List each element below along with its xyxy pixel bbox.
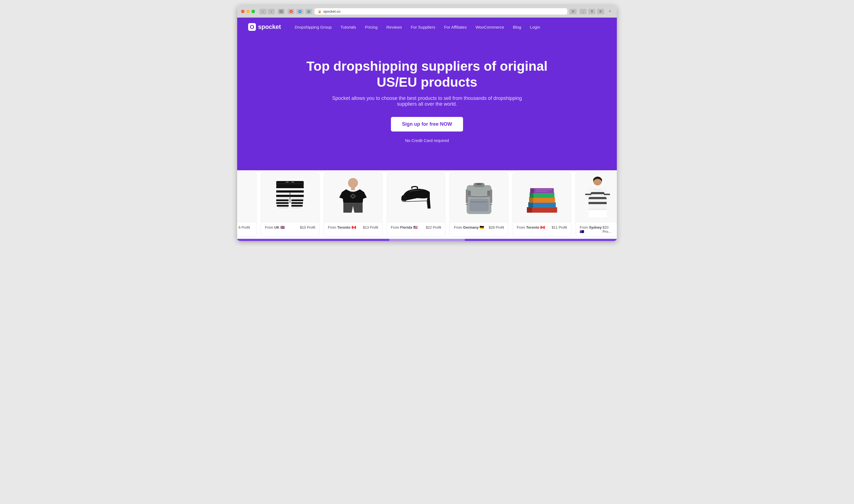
svg-rect-0: [279, 10, 283, 11]
products-grid: 6 Profit: [237, 170, 617, 239]
product-footer-heels: From Florida 🇺🇸 $22 Profit: [387, 222, 445, 232]
svg-rect-58: [588, 202, 607, 204]
product-footer-partial: 6 Profit: [237, 222, 256, 232]
product-image-books: [513, 173, 571, 222]
product-profit-cardigan: $20 Pro...: [602, 225, 616, 234]
svg-rect-32: [469, 199, 489, 211]
svg-rect-14: [276, 186, 304, 188]
product-profit-heels: $22 Profit: [426, 225, 441, 230]
product-location-tshirt: From Toronto 🇨🇦: [328, 225, 356, 230]
product-profit-backpack: $28 Profit: [489, 225, 504, 230]
no-credit-card-text: No Credit Card required: [405, 138, 449, 143]
svg-rect-2: [279, 12, 283, 13]
browser-right-controls: ↓ ⬆ ⧉: [579, 9, 604, 14]
extension-icon-3[interactable]: 🛡: [305, 9, 312, 14]
product-footer-books: From Toronto 🇨🇦 $11 Profit: [513, 222, 571, 232]
svg-rect-45: [528, 202, 533, 208]
product-footer-backpack: From Germany 🇩🇪 $28 Profit: [450, 222, 508, 232]
nav-link-tutorials[interactable]: Tutorials: [340, 25, 356, 30]
browser-nav-buttons: ‹ ›: [259, 9, 275, 14]
heels-svg: [398, 178, 434, 217]
nav-link-pricing[interactable]: Pricing: [365, 25, 378, 30]
svg-rect-52: [530, 188, 534, 193]
books-svg: [524, 178, 560, 217]
product-card-partial-left: 6 Profit: [237, 173, 256, 237]
scrollbar-thumb[interactable]: [389, 239, 465, 241]
svg-rect-25: [351, 187, 355, 190]
scrollbar-area: [237, 239, 617, 241]
product-image-cardigan: [576, 173, 617, 222]
nav-link-dropshipping-group[interactable]: Dropshipping Group: [295, 25, 331, 30]
nav-link-for-suppliers[interactable]: For Suppliers: [411, 25, 435, 30]
product-card-cardigan[interactable]: From Sydney 🇦🇺 $20 Pro...: [576, 173, 617, 237]
downloads-button[interactable]: ↓: [579, 9, 586, 14]
product-profit-tshirt: $13 Profit: [363, 225, 378, 230]
product-location-cardigan: From Sydney 🇦🇺: [580, 225, 602, 234]
site-navigation: spocket Dropshipping Group Tutorials Pri…: [237, 18, 617, 36]
product-profit-books: $11 Profit: [552, 225, 567, 230]
extension-icon-2[interactable]: ⟳: [296, 9, 304, 14]
svg-rect-1: [279, 11, 283, 12]
nav-link-login[interactable]: Login: [530, 25, 540, 30]
minimize-button[interactable]: [246, 10, 250, 13]
product-image-backpack: [450, 173, 508, 222]
reload-button[interactable]: ⟳: [569, 9, 577, 14]
product-location-shorts: From UK 🇬🇧: [265, 225, 285, 230]
tabs-button[interactable]: ⧉: [597, 9, 604, 14]
product-card-shorts[interactable]: From UK 🇬🇧 $10 Profit: [261, 173, 320, 237]
share-button[interactable]: ⬆: [588, 9, 595, 14]
adblock-icon[interactable]: A: [288, 9, 295, 14]
nav-link-reviews[interactable]: Reviews: [386, 25, 402, 30]
product-card-backpack[interactable]: From Germany 🇩🇪 $28 Profit: [450, 173, 508, 237]
back-button[interactable]: ‹: [259, 9, 267, 14]
product-footer-shorts: From UK 🇬🇧 $10 Profit: [261, 222, 319, 232]
logo-text: spocket: [258, 23, 281, 31]
signup-cta-button[interactable]: Sign up for free NOW: [391, 117, 463, 131]
svg-rect-42: [527, 207, 532, 213]
tshirt-svg: [337, 177, 369, 218]
svg-rect-59: [585, 194, 591, 195]
forward-button[interactable]: ›: [268, 9, 275, 14]
product-location-books: From Toronto 🇨🇦: [517, 225, 545, 230]
product-footer-cardigan: From Sydney 🇦🇺 $20 Pro...: [576, 222, 617, 236]
website-content: spocket Dropshipping Group Tutorials Pri…: [237, 18, 617, 241]
nav-link-woocommerce[interactable]: WooCommerce: [475, 25, 504, 30]
nav-link-for-affiliates[interactable]: For Affiliates: [444, 25, 467, 30]
shorts-svg: [273, 178, 307, 217]
svg-rect-50: [530, 193, 533, 198]
product-card-books[interactable]: From Toronto 🇨🇦 $11 Profit: [512, 173, 571, 237]
product-footer-tshirt: From Toronto 🇨🇦 $13 Profit: [324, 222, 382, 232]
sidebar-toggle-button[interactable]: [278, 9, 285, 14]
traffic-lights: [241, 10, 255, 13]
product-image-heels: [387, 173, 445, 222]
browser-window: ‹ › A ⟳ 🛡 🔒: [237, 5, 617, 241]
address-bar[interactable]: 🔒 spocket.co: [314, 8, 567, 15]
site-logo[interactable]: spocket: [248, 23, 281, 31]
nav-link-blog[interactable]: Blog: [513, 25, 521, 30]
products-section: 6 Profit: [237, 170, 617, 241]
hero-section: Top dropshipping suppliers of original U…: [237, 36, 617, 170]
address-bar-area: A ⟳ 🛡 🔒 spocket.co ⟳: [288, 8, 577, 15]
hero-title: Top dropshipping suppliers of original U…: [303, 58, 551, 90]
product-card-tshirt[interactable]: From Toronto 🇨🇦 $13 Profit: [324, 173, 382, 237]
product-card-heels[interactable]: From Florida 🇺🇸 $22 Profit: [387, 173, 446, 237]
svg-text:⟳: ⟳: [299, 11, 301, 13]
logo-icon: [248, 23, 256, 31]
product-image-shorts: [261, 173, 319, 222]
svg-rect-33: [468, 191, 471, 196]
svg-text:A: A: [290, 11, 292, 13]
product-location-backpack: From Germany 🇩🇪: [454, 225, 484, 230]
nav-links: Dropshipping Group Tutorials Pricing Rev…: [295, 25, 606, 30]
backpack-svg: [462, 177, 495, 218]
new-tab-button[interactable]: +: [607, 8, 613, 15]
maximize-button[interactable]: [252, 10, 255, 13]
svg-rect-36: [490, 189, 492, 203]
svg-point-24: [348, 178, 358, 188]
product-profit-partial: 6 Profit: [238, 225, 250, 230]
product-profit-shorts: $10 Profit: [300, 225, 315, 230]
svg-rect-62: [588, 209, 607, 210]
svg-rect-34: [487, 191, 490, 196]
product-image-tshirt: [324, 173, 382, 222]
close-button[interactable]: [241, 10, 244, 13]
svg-text:🛡: 🛡: [308, 11, 310, 13]
